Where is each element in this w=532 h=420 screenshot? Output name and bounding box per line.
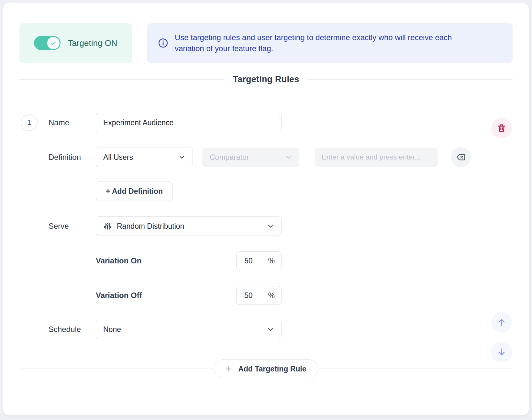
targeting-status-label: Targeting ON (68, 38, 117, 48)
divider (308, 79, 513, 80)
serve-label: Serve (49, 222, 96, 231)
schedule-select-value: None (103, 325, 121, 334)
serve-select[interactable]: Random Distribution (96, 216, 282, 236)
definition-value-input (315, 148, 438, 167)
targeting-rule: 1 Name Definition All Users Comparator (19, 113, 513, 339)
top-row: Targeting ON Use targeting rules and use… (19, 23, 513, 63)
rule-number: 1 (21, 114, 38, 131)
serve-select-value: Random Distribution (117, 222, 184, 231)
chevron-down-icon (267, 326, 274, 333)
trash-icon (497, 123, 506, 133)
chevron-down-icon (285, 154, 292, 161)
variation-on-label: Variation On (96, 256, 236, 265)
definition-label: Definition (49, 153, 96, 162)
sliders-icon (103, 222, 112, 230)
percent-sign: % (268, 291, 275, 300)
name-label: Name (49, 118, 96, 127)
variation-on-row: Variation On % (19, 251, 513, 270)
serve-row: Serve Random Distribution (19, 216, 513, 236)
audience-select-value: All Users (103, 153, 133, 162)
info-banner-text: Use targeting rules and user targeting t… (175, 32, 482, 54)
targeting-status-box: Targeting ON (19, 23, 132, 63)
schedule-label: Schedule (49, 325, 96, 334)
backspace-icon (456, 152, 466, 162)
audience-select[interactable]: All Users (96, 148, 193, 167)
targeting-toggle[interactable] (34, 36, 61, 50)
plus-icon: + (226, 364, 232, 374)
add-targeting-rule-label: Add Targeting Rule (238, 365, 306, 373)
name-row: 1 Name (19, 113, 513, 132)
info-banner: Use targeting rules and user targeting t… (147, 23, 513, 63)
toggle-knob (47, 37, 60, 49)
footer-divider: + Add Targeting Rule (19, 369, 513, 369)
move-rule-down-button[interactable] (491, 342, 512, 362)
comparator-select: Comparator (202, 148, 299, 167)
variation-off-input[interactable]: % (236, 286, 282, 305)
schedule-select[interactable]: None (96, 320, 282, 339)
chevron-down-icon (178, 154, 185, 161)
comparator-placeholder: Comparator (210, 153, 249, 162)
add-definition-row: + Add Definition (19, 182, 513, 201)
variation-off-row: Variation Off % (19, 286, 513, 305)
definition-row: Definition All Users Comparator (19, 147, 513, 167)
section-title: Targeting Rules (233, 74, 299, 84)
section-header: Targeting Rules (19, 74, 513, 84)
variation-off-value[interactable] (244, 291, 263, 300)
targeting-panel: Targeting ON Use targeting rules and use… (3, 3, 529, 415)
arrow-down-icon (497, 347, 506, 357)
schedule-row: Schedule None (19, 320, 513, 339)
chevron-down-icon (267, 223, 274, 230)
rule-name-input[interactable] (96, 113, 282, 132)
add-definition-button[interactable]: + Add Definition (96, 182, 173, 201)
variation-on-value[interactable] (244, 257, 263, 265)
check-icon (50, 40, 57, 46)
add-targeting-rule-button[interactable]: + Add Targeting Rule (214, 359, 318, 378)
divider (19, 79, 224, 80)
arrow-up-icon (497, 317, 506, 327)
percent-sign: % (268, 257, 275, 265)
move-rule-up-button[interactable] (491, 312, 512, 333)
delete-rule-button[interactable] (491, 118, 512, 138)
info-icon (158, 38, 168, 48)
variation-off-label: Variation Off (96, 291, 236, 300)
variation-on-input[interactable]: % (236, 251, 282, 270)
clear-definition-button[interactable] (451, 147, 471, 167)
